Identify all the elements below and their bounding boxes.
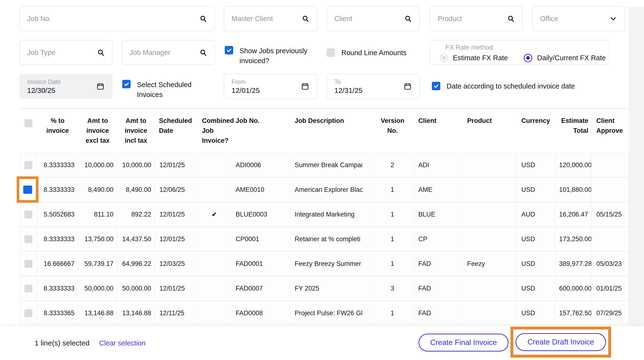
- client-placeholder: Client: [334, 15, 352, 23]
- calendar-icon[interactable]: [301, 82, 310, 91]
- cell-estimate: 101,880.00: [556, 177, 592, 202]
- master-client-input[interactable]: Master Client: [224, 6, 317, 31]
- col-header-sched: Scheduled Date: [155, 109, 198, 153]
- cell-pct: 16.666667: [37, 251, 78, 276]
- date-according-checkbox[interactable]: [432, 82, 440, 90]
- select-all-checkbox[interactable]: [24, 119, 32, 127]
- job-no-input[interactable]: Job No.: [19, 6, 215, 31]
- cell-product: [462, 276, 517, 301]
- cell-currency: USD: [517, 177, 556, 202]
- cell-client: CP: [414, 227, 462, 251]
- row-checkbox[interactable]: [24, 210, 32, 218]
- from-date-field[interactable]: From 12/01/25: [224, 74, 317, 99]
- cell-select: [20, 301, 37, 326]
- cell-incl: 50,000.00: [117, 276, 155, 301]
- cell-approved: 05/03/23: [592, 251, 629, 276]
- show-jobs-label: Show Jobs previously invoiced?: [240, 46, 307, 66]
- cell-estimate: 173,250.00: [556, 227, 592, 251]
- row-checkbox[interactable]: [24, 284, 32, 292]
- fx-rate-method-group: FX Rate method Estimate FX Rate Daily/Cu…: [430, 40, 610, 65]
- combined-check-icon: ✔: [198, 202, 230, 227]
- col-header-desc: Job Description: [290, 109, 371, 153]
- cell-pct: 8.3333333: [37, 177, 78, 202]
- estimate-fx-radio[interactable]: [440, 54, 448, 62]
- date-according-label: Date according to scheduled invoice date: [446, 82, 575, 90]
- scrollbar-gutter: [628, 7, 644, 326]
- to-value: 12/31/25: [334, 86, 363, 94]
- cell-version: 1: [371, 202, 414, 227]
- show-jobs-checkbox[interactable]: [225, 46, 233, 54]
- col-header-client: Client: [414, 109, 462, 153]
- col-header-job_no: Job No.: [230, 109, 290, 153]
- fx-option-estimate[interactable]: Estimate FX Rate: [440, 54, 508, 62]
- client-input[interactable]: Client: [326, 6, 420, 31]
- to-date-field[interactable]: To 12/31/25: [326, 74, 420, 99]
- cell-sched: 12/03/25: [155, 251, 198, 276]
- cell-version: 2: [371, 153, 414, 177]
- search-icon: [199, 49, 207, 56]
- cell-product: [462, 227, 517, 251]
- jobs-table: % to invoiceAmt to invoice excl taxAmt t…: [20, 109, 629, 326]
- office-select[interactable]: Office: [532, 6, 625, 31]
- cell-sched: 12/11/25: [155, 301, 198, 326]
- cell-currency: USD: [517, 153, 556, 177]
- col-header-approved: Client Approve: [592, 109, 629, 153]
- col-header-product: Product: [462, 109, 517, 153]
- cell-desc: Summer Break Campai: [290, 153, 371, 177]
- from-label: From: [232, 78, 260, 86]
- cell-product: Feezy: [462, 251, 517, 276]
- select-all-header: [20, 109, 37, 153]
- cell-incl: 13,146.88: [117, 301, 155, 326]
- row-checkbox[interactable]: [24, 260, 32, 268]
- cell-excl: 8,490.00: [78, 177, 117, 202]
- cell-approved: 01/01/25: [592, 276, 629, 301]
- col-header-excl: Amt to invoice excl tax: [78, 109, 117, 153]
- cell-pct: 8.3333333: [37, 153, 78, 177]
- cell-currency: AUD: [517, 202, 556, 227]
- cell-client: FAD: [414, 251, 462, 276]
- selected-row-checkbox[interactable]: [23, 186, 32, 194]
- cell-estimate: 157,762.50: [556, 301, 592, 326]
- cell-job_no: CP0001: [230, 227, 290, 251]
- cell-job_no: AME0010: [230, 177, 290, 202]
- cell-select: [20, 202, 37, 227]
- cell-product: [462, 202, 517, 227]
- clear-selection-link[interactable]: Clear selection: [99, 339, 146, 347]
- daily-fx-radio[interactable]: [524, 54, 532, 62]
- product-input[interactable]: Product: [430, 6, 522, 31]
- search-icon: [302, 15, 310, 22]
- create-draft-invoice-button[interactable]: Create Draft Invoice: [516, 333, 606, 351]
- round-line-amounts-label: Round Line Amounts: [341, 49, 406, 57]
- cell-client: BLUE: [414, 202, 462, 227]
- cell-excl: 811.10: [78, 202, 117, 227]
- highlight-box-draft-button: Create Draft Invoice: [510, 326, 611, 358]
- cell-currency: USD: [517, 301, 556, 326]
- invoice-date-field[interactable]: Invoice Date 12/30/25: [19, 74, 112, 99]
- job-manager-input[interactable]: Job Manager: [122, 40, 215, 65]
- cell-incl: 892.22: [117, 202, 155, 227]
- job-type-input[interactable]: Job Type: [19, 40, 112, 65]
- cell-pct: 8.3333365: [37, 301, 78, 326]
- calendar-icon[interactable]: [96, 82, 105, 91]
- cell-excl: 59,739.17: [78, 251, 117, 276]
- cell-desc: FY 2025: [290, 276, 371, 301]
- row-checkbox[interactable]: [24, 161, 32, 169]
- col-header-currency: Currency: [517, 109, 556, 153]
- select-scheduled-checkbox[interactable]: [122, 80, 131, 88]
- create-final-invoice-button[interactable]: Create Final Invoice: [418, 334, 508, 352]
- cell-sched: 12/01/25: [155, 202, 198, 227]
- cell-client: AME: [414, 177, 462, 202]
- col-header-incl: Amt to invoice incl tax: [117, 109, 155, 153]
- calendar-icon[interactable]: [403, 82, 412, 91]
- cell-sched: 12/01/25: [155, 227, 198, 251]
- cell-desc: Retainer at % completi: [290, 227, 371, 251]
- job-type-placeholder: Job Type: [27, 49, 56, 56]
- fx-option-daily[interactable]: Daily/Current FX Rate: [524, 54, 606, 62]
- highlight-box-selected-row: [17, 176, 38, 203]
- cell-incl: 8,490.00: [117, 177, 155, 202]
- row-checkbox[interactable]: [24, 309, 32, 317]
- cell-select: [20, 251, 37, 276]
- round-line-amounts-checkbox[interactable]: [326, 48, 335, 57]
- row-checkbox[interactable]: [24, 235, 32, 243]
- cell-sched: 12/01/25: [155, 276, 198, 301]
